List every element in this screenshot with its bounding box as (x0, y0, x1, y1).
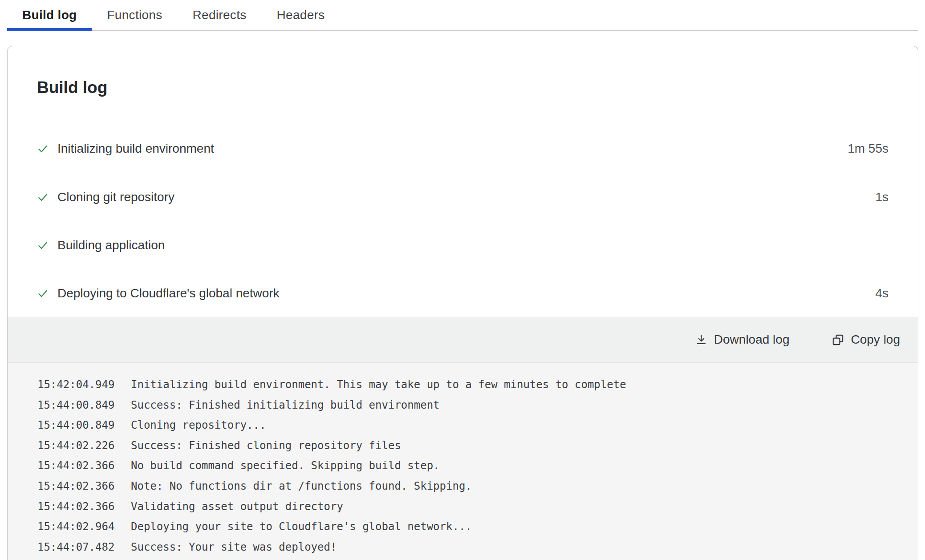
log-timestamp: 15:44:00.849 (37, 415, 114, 436)
card-header: Build log (8, 46, 918, 125)
build-step-label: Deploying to Cloudflare's global network (57, 286, 875, 300)
build-step-duration: 1s (875, 190, 888, 204)
log-line: 15:44:02.366No build command specified. … (37, 456, 900, 476)
log-message: Validating asset output directory (131, 500, 343, 513)
build-step-row[interactable]: Initializing build environment 1m 55s (8, 125, 918, 173)
build-step-label: Building application (57, 238, 888, 252)
build-step-label: Cloning git repository (57, 190, 875, 204)
log-message: No build command specified. Skipping bui… (131, 459, 440, 472)
success-check-icon (37, 239, 49, 251)
log-line: 15:44:02.366Validating asset output dire… (37, 497, 900, 517)
page-title: Build log (37, 78, 888, 97)
log-message: Deploying your site to Cloudflare's glob… (131, 520, 472, 533)
tab-label: Redirects (193, 8, 247, 22)
build-step-row[interactable]: Cloning git repository 1s (8, 173, 918, 221)
build-step-row[interactable]: Deploying to Cloudflare's global network… (8, 269, 918, 317)
build-step-label: Initializing build environment (57, 142, 848, 156)
copy-icon (832, 334, 844, 346)
log-message: Initializing build environment. This may… (131, 378, 626, 391)
build-step-row[interactable]: Building application (8, 221, 918, 269)
log-message: Cloning repository... (131, 419, 266, 431)
log-timestamp: 15:42:04.949 (37, 375, 114, 395)
log-timestamp: 15:44:02.226 (37, 436, 114, 456)
log-message: Success: Finished initializing build env… (131, 399, 440, 411)
build-step-duration: 4s (875, 286, 888, 300)
tab-bar: Build log Functions Redirects Headers (7, 0, 918, 31)
download-log-button[interactable]: Download log (695, 333, 790, 347)
log-line: 15:44:02.964Deploying your site to Cloud… (37, 517, 900, 537)
success-check-icon (37, 143, 49, 154)
download-log-label: Download log (714, 333, 790, 347)
log-line: 15:44:07.482Success: Your site was deplo… (37, 537, 900, 558)
log-timestamp: 15:44:02.964 (37, 517, 114, 537)
log-toolbar: Download log Copy log (8, 317, 918, 363)
build-step-duration: 1m 55s (848, 142, 888, 156)
tab-label: Functions (107, 8, 162, 22)
success-check-icon (37, 288, 49, 299)
tab-label: Build log (22, 8, 77, 22)
log-timestamp: 15:44:02.366 (37, 497, 114, 517)
tab-redirects[interactable]: Redirects (178, 0, 262, 30)
copy-log-label: Copy log (851, 333, 900, 347)
log-message: Note: No functions dir at /functions fou… (131, 480, 472, 492)
tab-label: Headers (277, 8, 325, 22)
log-message: Success: Your site was deployed! (131, 541, 337, 553)
log-timestamp: 15:44:00.849 (37, 395, 114, 416)
log-timestamp: 15:44:02.366 (37, 456, 114, 476)
copy-log-button[interactable]: Copy log (832, 333, 900, 347)
log-message: Success: Finished cloning repository fil… (131, 439, 401, 452)
download-icon (695, 334, 707, 346)
log-timestamp: 15:44:07.482 (37, 537, 114, 558)
log-line: 15:44:02.226Success: Finished cloning re… (37, 436, 900, 456)
log-timestamp: 15:44:02.366 (37, 476, 114, 497)
build-log-card: Build log Initializing build environment… (7, 46, 918, 560)
log-line: 15:44:00.849Success: Finished initializi… (37, 395, 900, 416)
log-line: 15:42:04.949Initializing build environme… (37, 375, 900, 395)
success-check-icon (37, 191, 49, 203)
tab-build-log[interactable]: Build log (7, 0, 92, 30)
log-line: 15:44:02.366Note: No functions dir at /f… (37, 476, 900, 497)
tab-headers[interactable]: Headers (262, 0, 340, 30)
build-steps-list: Initializing build environment 1m 55s Cl… (8, 125, 918, 317)
log-line: 15:44:00.849Cloning repository... (37, 415, 900, 436)
tab-functions[interactable]: Functions (92, 0, 177, 30)
log-viewer[interactable]: 15:42:04.949Initializing build environme… (8, 363, 918, 560)
